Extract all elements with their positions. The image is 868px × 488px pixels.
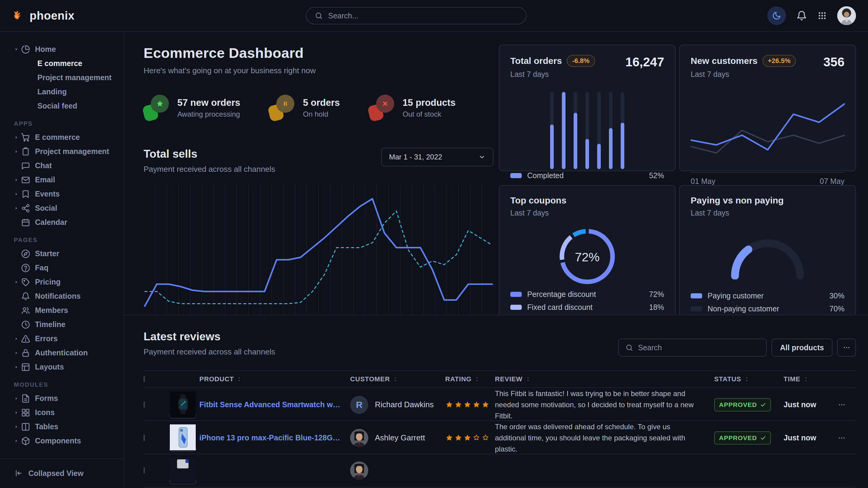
sidebar-item-errors[interactable]: Errors (0, 331, 124, 346)
sidebar-subitem-project-management[interactable]: Project management (0, 70, 124, 85)
sidebar-item-events[interactable]: Events (0, 187, 124, 201)
legend-row: Paying customer30% (691, 289, 844, 302)
date-range-select[interactable]: Mar 1 - 31, 2022 (381, 148, 493, 166)
sidebar-item-label: Components (34, 436, 81, 445)
sidebar-item-chat[interactable]: Chat (0, 159, 124, 173)
collapse-view-button[interactable]: Collapsed View (0, 458, 124, 487)
warning-icon (21, 334, 34, 343)
clipboard-icon (21, 147, 30, 156)
caretright-icon (13, 350, 19, 356)
total-sells-subtitle: Payment received across all channels (144, 165, 275, 174)
star-icon (454, 434, 462, 442)
caret-right-icon (13, 364, 21, 370)
column-header-customer[interactable]: CUSTOMER (350, 375, 445, 383)
row-menu-button[interactable] (838, 401, 856, 409)
sidebar-subitem-social-feed[interactable]: Social feed (0, 99, 124, 113)
sidebar-item-label: Home (34, 45, 56, 54)
kpi-cards: Total orders -6.8% Last 7 days 16,247 Co… (499, 44, 856, 315)
search-icon (315, 12, 323, 20)
sidebar-item-starter[interactable]: Starter (0, 247, 124, 261)
user-avatar[interactable] (837, 6, 856, 25)
sidebar-subitem-label: Landing (37, 88, 67, 96)
product-thumbnail[interactable] (169, 478, 196, 484)
sidebar-item-layouts[interactable]: Layouts (0, 360, 124, 374)
card-value: 16,247 (625, 55, 664, 69)
navbar-search-input[interactable] (328, 11, 518, 20)
reviews-search[interactable] (618, 338, 767, 357)
sidebar-item-tables[interactable]: Tables (0, 420, 124, 434)
star-icon (151, 95, 169, 113)
row-checkbox[interactable] (144, 401, 145, 408)
legend-label: Non-paying customer (708, 304, 779, 313)
row-checkbox[interactable] (144, 435, 145, 441)
sidebar-item-authentication[interactable]: Authentication (0, 346, 124, 360)
avatar (350, 429, 368, 447)
sidebar-item-timeline[interactable]: Timeline (0, 317, 124, 331)
reviews-search-input[interactable] (638, 343, 760, 352)
sidebar-item-members[interactable]: Members (0, 303, 124, 317)
sidebar-item-home[interactable]: Home (0, 42, 124, 56)
notifications-button[interactable] (796, 10, 807, 21)
sidebar-item-icons[interactable]: Icons (0, 405, 124, 420)
product-thumbnail[interactable] (169, 446, 196, 452)
pie-icon (21, 45, 34, 54)
star-icon (482, 400, 490, 409)
columns-icon (21, 422, 30, 431)
legend-swatch (691, 293, 702, 298)
row-checkbox[interactable] (144, 467, 145, 474)
legend-label: Fixed card discount (527, 303, 593, 312)
select-all-checkbox[interactable] (144, 376, 145, 382)
collapse-icon (14, 469, 23, 478)
column-header-time[interactable]: TIME (783, 375, 838, 383)
column-header-rating[interactable]: RATING (445, 375, 495, 383)
review-time: Just now (783, 433, 838, 442)
phoenix-logo-icon (11, 9, 25, 23)
row-menu-button[interactable] (838, 434, 856, 442)
column-header-product[interactable]: PRODUCT (199, 375, 350, 383)
caret-right-icon (13, 279, 21, 285)
bell-icon (21, 292, 34, 301)
dotsh-icon (843, 344, 850, 352)
caretright-icon (13, 149, 19, 155)
review-text: This Fitbit is fantastic! I was trying t… (495, 388, 714, 422)
caret-right-icon (13, 149, 21, 155)
product-link[interactable]: iPhone 13 pro max-Pacific Blue-128GB sto… (199, 433, 350, 442)
star-icon (463, 400, 471, 409)
axis-label-end: 07 May (820, 177, 844, 186)
apps-grid-button[interactable] (817, 11, 827, 21)
caret-right-icon (13, 395, 21, 401)
date-range-value: Mar 1 - 31, 2022 (389, 153, 442, 161)
stats-row: 57 new ordersAwating processing5 ordersO… (144, 95, 493, 121)
sidebar-item-e-commerce[interactable]: E commerce (0, 130, 124, 144)
theme-toggle-button[interactable] (767, 6, 786, 25)
sidebar-item-components[interactable]: Components (0, 434, 124, 448)
sidebar-subitem-e-commerce[interactable]: E commerce (0, 56, 124, 70)
sidebar-menu: HomeE commerceProject managementLandingS… (0, 32, 124, 458)
clipboard-icon (21, 147, 34, 156)
legend-label: Percentage discount (527, 290, 596, 299)
sidebar-item-label: Calendar (34, 218, 67, 227)
sidebar-item-faq[interactable]: Faq (0, 261, 124, 275)
sidebar-item-social[interactable]: Social (0, 201, 124, 215)
product-thumbnail[interactable] (169, 412, 196, 419)
brand[interactable]: phoenix (11, 9, 125, 23)
sidebar-item-forms[interactable]: Forms (0, 391, 124, 405)
reviews-menu-button[interactable] (837, 338, 856, 357)
all-products-button[interactable]: All products (772, 338, 832, 357)
sidebar-subitem-landing[interactable]: Landing (0, 85, 124, 99)
sidebar-item-calendar[interactable]: Calendar (0, 215, 124, 229)
sidebar-item-pricing[interactable]: Pricing (0, 275, 124, 289)
sidebar-item-email[interactable]: Email (0, 173, 124, 187)
sidebar-item-label: Starter (34, 249, 59, 258)
table-row: iPhone 13 pro max-Pacific Blue-128GB sto… (144, 421, 856, 454)
product-link[interactable]: Fitbit Sense Advanced Smartwatch with To… (199, 400, 350, 409)
sidebar-item-notifications[interactable]: Notifications (0, 289, 124, 303)
sort-icon (236, 376, 242, 382)
column-header-status[interactable]: STATUS (714, 375, 783, 383)
navbar-search[interactable] (306, 7, 527, 24)
sidebar-item-project-management[interactable]: Project management (0, 144, 124, 159)
stat-icon (269, 95, 296, 121)
status-label: APPROVED (719, 434, 757, 442)
search-icon (625, 344, 633, 352)
column-header-review[interactable]: REVIEW (495, 375, 714, 383)
